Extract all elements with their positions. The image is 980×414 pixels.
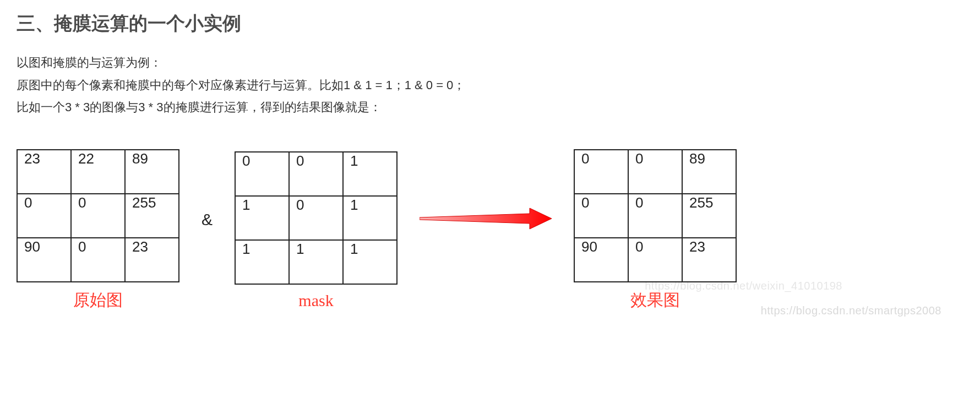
- cell: 90: [574, 238, 628, 282]
- result-matrix: 0089 00255 90023: [574, 149, 737, 282]
- svg-marker-0: [420, 208, 552, 229]
- cell: 0: [289, 152, 343, 196]
- result-caption: 效果图: [630, 289, 680, 312]
- cell: 0: [628, 150, 682, 194]
- cell: 1: [289, 240, 343, 284]
- cell: 1: [343, 152, 397, 196]
- cell: 23: [682, 238, 736, 282]
- cell: 22: [71, 150, 125, 194]
- cell: 0: [628, 238, 682, 282]
- table-row: 001: [235, 152, 397, 196]
- table-row: 0089: [574, 150, 736, 194]
- table-row: 101: [235, 196, 397, 240]
- cell: 0: [235, 152, 289, 196]
- arrow-icon: [420, 205, 552, 256]
- diagram-row: 232289 00255 90023 原始图 & 001 101 111 mas…: [17, 149, 963, 312]
- original-matrix: 232289 00255 90023: [17, 149, 179, 282]
- cell: 23: [125, 238, 179, 282]
- cell: 0: [17, 194, 71, 238]
- section-heading: 三、掩膜运算的一个小实例: [17, 11, 963, 36]
- table-row: 90023: [17, 238, 179, 282]
- and-operator: &: [202, 210, 213, 251]
- table-row: 00255: [574, 194, 736, 238]
- cell: 255: [125, 194, 179, 238]
- paragraph-intro: 以图和掩膜的与运算为例：: [17, 52, 963, 74]
- cell: 0: [71, 194, 125, 238]
- mask-matrix-block: 001 101 111 mask: [235, 151, 398, 310]
- cell: 90: [17, 238, 71, 282]
- cell: 1: [343, 196, 397, 240]
- original-matrix-block: 232289 00255 90023 原始图: [17, 149, 179, 312]
- table-row: 00255: [17, 194, 179, 238]
- original-caption: 原始图: [73, 289, 123, 312]
- mask-caption: mask: [298, 291, 333, 310]
- cell: 0: [289, 196, 343, 240]
- cell: 0: [71, 238, 125, 282]
- cell: 1: [235, 240, 289, 284]
- cell: 89: [682, 150, 736, 194]
- cell: 0: [574, 194, 628, 238]
- cell: 89: [125, 150, 179, 194]
- paragraph-rule: 原图中的每个像素和掩膜中的每个对应像素进行与运算。比如1 & 1 = 1；1 &…: [17, 74, 963, 97]
- cell: 255: [682, 194, 736, 238]
- cell: 1: [235, 196, 289, 240]
- cell: 0: [628, 194, 682, 238]
- mask-matrix: 001 101 111: [235, 151, 398, 285]
- table-row: 90023: [574, 238, 736, 282]
- paragraph-example: 比如一个3 * 3的图像与3 * 3的掩膜进行运算，得到的结果图像就是：: [17, 96, 963, 119]
- table-row: 232289: [17, 150, 179, 194]
- table-row: 111: [235, 240, 397, 284]
- cell: 23: [17, 150, 71, 194]
- cell: 1: [343, 240, 397, 284]
- cell: 0: [574, 150, 628, 194]
- result-matrix-block: 0089 00255 90023 效果图: [574, 149, 737, 312]
